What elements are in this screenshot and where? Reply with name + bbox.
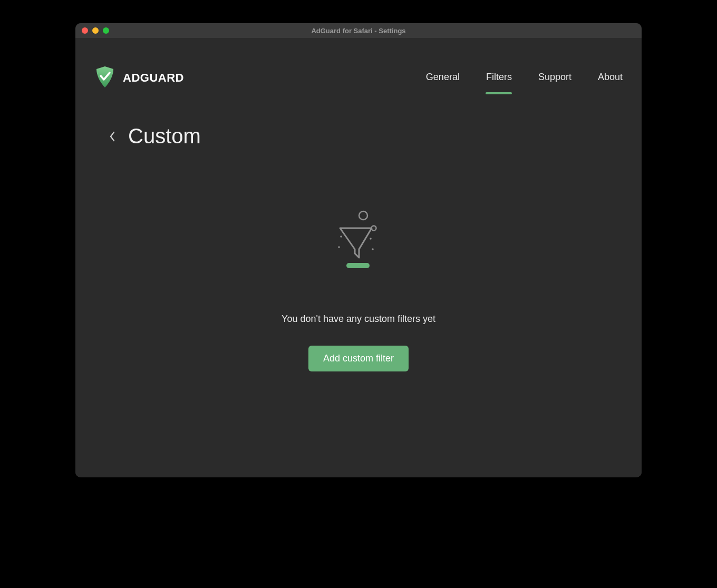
traffic-lights — [75, 27, 109, 34]
zoom-window-button[interactable] — [103, 27, 109, 34]
nav-about[interactable]: About — [598, 72, 623, 85]
svg-point-5 — [372, 248, 374, 250]
back-button[interactable] — [106, 130, 119, 143]
page-title-row: Custom — [94, 124, 623, 148]
window-titlebar: AdGuard for Safari - Settings — [75, 23, 642, 38]
chevron-left-icon — [109, 131, 115, 142]
window-title: AdGuard for Safari - Settings — [75, 27, 642, 35]
top-nav: General Filters Support About — [426, 72, 623, 85]
page-title: Custom — [128, 124, 201, 148]
empty-state: You don't have any custom filters yet Ad… — [94, 206, 623, 477]
app-window: AdGuard for Safari - Settings — [75, 23, 642, 477]
close-window-button[interactable] — [82, 27, 88, 34]
svg-point-3 — [338, 246, 340, 248]
nav-support[interactable]: Support — [538, 72, 571, 85]
app-content: ADGUARD General Filters Support About Cu… — [75, 38, 642, 477]
nav-filters[interactable]: Filters — [486, 72, 512, 85]
shield-check-icon — [94, 65, 115, 91]
minimize-window-button[interactable] — [92, 27, 99, 34]
empty-state-message: You don't have any custom filters yet — [282, 313, 435, 325]
svg-point-4 — [370, 238, 372, 240]
brand: ADGUARD — [94, 65, 184, 91]
svg-point-2 — [340, 236, 342, 238]
brand-name: ADGUARD — [123, 71, 184, 85]
app-header: ADGUARD General Filters Support About — [94, 63, 623, 93]
funnel-empty-icon — [324, 206, 393, 277]
svg-point-0 — [359, 211, 367, 220]
add-custom-filter-button[interactable]: Add custom filter — [308, 346, 409, 371]
svg-rect-6 — [346, 263, 370, 268]
nav-general[interactable]: General — [426, 72, 460, 85]
